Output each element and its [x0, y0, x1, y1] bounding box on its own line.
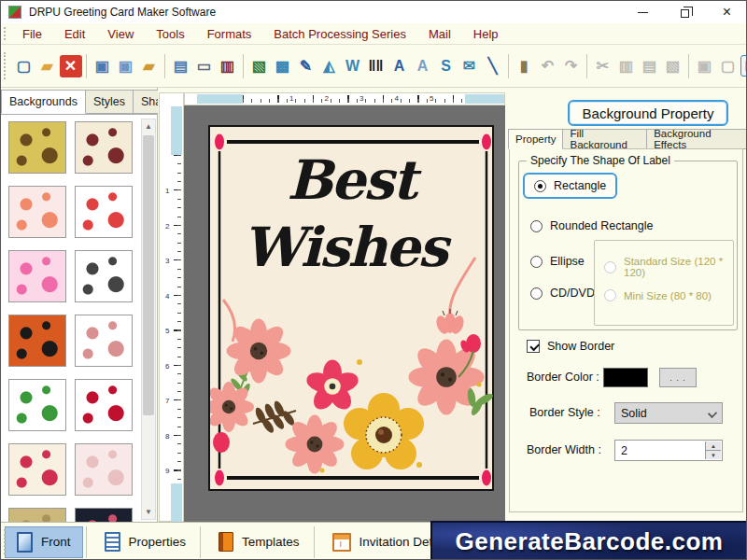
property-tab-content: Specify The Shape Of Label RectangleRoun…	[509, 148, 743, 512]
scroll-up-icon[interactable]: ▲	[142, 119, 155, 133]
radio-cd-dvd[interactable]	[530, 287, 543, 300]
border-width-input[interactable]: 2 ▲ ▼	[614, 440, 723, 461]
shape-option-rounded-rectangle[interactable]: Rounded Rectangle	[530, 219, 654, 232]
menu-item-batch-processing-series[interactable]: Batch Processing Series	[265, 25, 415, 43]
bottom-tab-templates[interactable]: Templates	[207, 526, 311, 558]
shape-option-ellipse[interactable]: Ellipse	[530, 255, 585, 268]
v-ruler-number-8: 8	[165, 432, 169, 441]
title-bar: DRPU Greeting Card Maker Software ×	[1, 1, 747, 23]
bottom-tab-label: Front	[41, 535, 71, 549]
thumb-green-leaf-ganesha[interactable]	[8, 379, 66, 431]
image-editor-icon[interactable]: ▧	[248, 55, 271, 77]
thumb-orange-ethnic-ornament[interactable]	[8, 315, 66, 367]
thumb-pink-lace[interactable]	[75, 443, 133, 496]
thumb-yellow-floral-butterflies[interactable]	[8, 121, 66, 174]
border-color-label: Border Color :	[527, 371, 599, 384]
tab-fill-background[interactable]: Fill Background	[562, 129, 647, 149]
design-canvas[interactable]: Best Wishes	[184, 105, 505, 522]
save-as-icon[interactable]: ▣	[115, 55, 137, 77]
background-property-button[interactable]: Background Property	[568, 100, 728, 126]
thumb-pink-hearts[interactable]	[8, 250, 66, 302]
close-button[interactable]: ×	[706, 1, 747, 23]
print-preview-icon[interactable]: ▤	[170, 55, 192, 77]
line-tool-icon[interactable]: ╲	[482, 55, 504, 77]
app-icon	[8, 6, 21, 19]
background-property-panel: Background Property PropertyFill Backgro…	[505, 88, 747, 522]
undo-icon: ↶	[537, 55, 559, 77]
menu-bar: FileEditViewToolsFormatsBatch Processing…	[1, 23, 747, 45]
restore-button[interactable]	[664, 1, 706, 23]
shape-option-label: Ellipse	[550, 255, 585, 268]
save-icon[interactable]: ▣	[92, 55, 114, 77]
thumb-dark-roses[interactable]	[75, 508, 133, 522]
property-tabs: PropertyFill BackgroundBackground Effect…	[508, 129, 747, 149]
pen-tool-icon[interactable]: ✎	[295, 55, 317, 77]
text-page-icon[interactable]: A	[412, 55, 434, 77]
thumb-paisley-pattern[interactable]	[75, 121, 133, 174]
card-text-line2: Wishes	[197, 220, 492, 274]
greeting-card-preview[interactable]: Best Wishes	[208, 125, 494, 491]
menu-item-file[interactable]: File	[14, 25, 50, 43]
menu-item-edit[interactable]: Edit	[56, 25, 93, 43]
radio-rectangle[interactable]	[534, 180, 546, 192]
import-design-icon[interactable]: ▰	[138, 55, 161, 77]
thumb-rose-petals[interactable]	[75, 379, 133, 431]
thumb-pink-elephant[interactable]	[75, 315, 133, 367]
border-color-browse-button[interactable]: . . .	[659, 368, 697, 387]
barcode-icon[interactable]: ‖‖	[365, 55, 388, 77]
bottom-tab-properties[interactable]: Properties	[93, 526, 198, 558]
border-width-value: 2	[621, 444, 627, 457]
spin-up-icon[interactable]: ▲	[706, 441, 721, 451]
thumb-gold-glitter[interactable]	[8, 508, 66, 522]
thumb-wedding-couples[interactable]	[75, 250, 133, 302]
border-style-value: Solid	[621, 407, 647, 420]
signature-icon[interactable]: S	[435, 55, 458, 77]
shapes-tool-icon[interactable]: ◭	[318, 55, 341, 77]
h-ruler-number-3: 3	[359, 94, 363, 103]
thumbnail-scrollbar[interactable]: ▲ ▼	[141, 119, 156, 520]
close-file-icon[interactable]: ✕	[60, 55, 82, 77]
thumb-hearts-collage[interactable]	[8, 443, 66, 496]
bottom-tab-front[interactable]: Front	[5, 526, 83, 558]
tab-backgrounds[interactable]: Backgrounds	[1, 90, 86, 114]
tab-background-effects[interactable]: Background Effects	[646, 129, 747, 149]
database-icon[interactable]: ▮	[514, 55, 536, 77]
open-file-icon[interactable]: ▰	[36, 55, 59, 77]
border-style-select[interactable]: Solid	[614, 402, 723, 424]
border-color-swatch[interactable]	[603, 368, 648, 387]
shape-option-rectangle[interactable]: Rectangle	[523, 173, 617, 199]
templates-book-icon	[218, 532, 233, 552]
radio-rounded-rectangle[interactable]	[530, 220, 543, 232]
spin-down-icon[interactable]: ▼	[706, 451, 721, 459]
menu-item-formats[interactable]: Formats	[199, 25, 261, 43]
menu-item-help[interactable]: Help	[465, 25, 507, 43]
mail-icon[interactable]: ✉	[458, 55, 481, 77]
print-icon[interactable]: ▭	[193, 55, 216, 77]
grid-icon[interactable]: ⊞	[740, 55, 747, 77]
text-tool-icon[interactable]: A	[388, 55, 411, 77]
scroll-down-icon[interactable]: ▼	[142, 505, 155, 519]
add-image-icon[interactable]: ▩	[272, 55, 294, 77]
minimize-button[interactable]	[622, 1, 664, 23]
toolbar-separator	[243, 54, 244, 78]
menu-item-mail[interactable]: Mail	[420, 25, 459, 43]
watermark-icon[interactable]: W	[342, 55, 364, 77]
radio-ellipse[interactable]	[530, 256, 543, 268]
shape-option-cd-dvd[interactable]: CD/DVD	[530, 287, 595, 300]
menu-item-view[interactable]: View	[99, 25, 142, 43]
border-width-spinner: ▲ ▼	[705, 441, 721, 459]
show-border-row[interactable]: Show Border	[527, 340, 614, 353]
scrollbar-thumb[interactable]	[143, 135, 154, 415]
tab-property[interactable]: Property	[508, 129, 563, 149]
v-ruler-margin-bottom	[171, 483, 182, 523]
v-ruler-ticks	[172, 155, 181, 483]
new-document-icon[interactable]: ▢	[13, 55, 35, 77]
show-border-checkbox[interactable]	[527, 340, 540, 353]
copies-icon[interactable]: ▥	[217, 55, 239, 77]
menu-item-tools[interactable]: Tools	[148, 25, 192, 43]
toolbar-separator	[508, 54, 509, 78]
thumb-pink-flower-pattern[interactable]	[8, 186, 66, 238]
thumb-heart-outlines[interactable]	[75, 186, 133, 238]
tab-styles[interactable]: Styles	[85, 90, 134, 114]
v-ruler-number-2: 2	[165, 222, 169, 231]
